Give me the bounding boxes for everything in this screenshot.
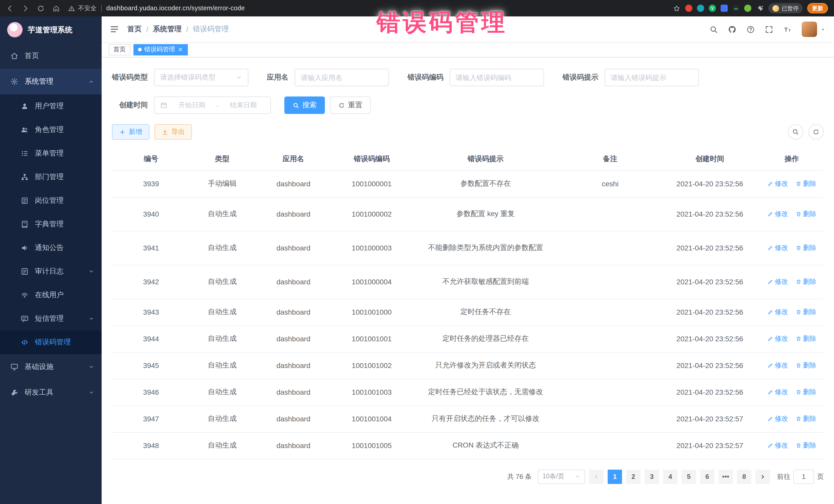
sidebar-item-post[interactable]: 岗位管理 [0,189,102,213]
edit-link[interactable]: 修改 [767,334,788,343]
refresh-table-button[interactable] [808,124,824,139]
browser-right-cluster: V on 已暂停 更新 [673,3,828,13]
error-type-select[interactable]: 请选择错误码类型 [154,69,248,86]
edit-link[interactable]: 修改 [767,361,788,370]
goto-page-input[interactable] [793,469,814,484]
table-row: 3948自动生成dashboard1001001005CRON 表达式不正确20… [112,432,824,459]
delete-link[interactable]: 删除 [795,334,816,343]
sidebar-item-sms[interactable]: 短信管理 [0,307,102,330]
sidebar-item-error-code[interactable]: 错误码管理 [0,330,102,354]
edit-link[interactable]: 修改 [767,210,788,219]
paused-badge[interactable]: 已暂停 [768,3,803,13]
sidebar-item-notice[interactable]: 通知公告 [0,236,102,260]
page-button-4[interactable]: 4 [663,469,678,484]
cell-time: 2021-04-20 23:52:57 [660,406,760,432]
update-button[interactable]: 更新 [807,3,828,13]
date-range-picker[interactable]: 开始日期 - 结束日期 [154,96,271,114]
search-button[interactable]: 搜索 [284,96,325,114]
page-button-1[interactable]: 1 [608,469,622,484]
font-size-icon[interactable]: TT [783,25,792,34]
tab-home[interactable]: 首页 [109,44,130,55]
error-code-input[interactable] [456,74,538,81]
logo[interactable]: 芋道管理系统 [0,17,102,43]
edit-link[interactable]: 修改 [767,179,788,188]
sidebar-item-infra[interactable]: 基础设施 [0,354,102,380]
delete-link[interactable]: 删除 [795,441,816,450]
page-size-select[interactable]: 10条/页 [538,469,585,484]
cell-code: 1001000002 [333,197,411,231]
error-hint-input[interactable] [611,74,693,81]
close-icon[interactable] [178,47,183,52]
user-menu[interactable] [802,22,826,37]
sidebar-item-home[interactable]: 首页 [0,43,102,69]
back-icon[interactable] [6,4,14,12]
delete-link[interactable]: 删除 [795,210,816,219]
bookmark-star-icon[interactable] [673,4,681,12]
site-security-button[interactable]: 不安全 [68,4,96,13]
page-button-3[interactable]: 3 [644,469,659,484]
extension-icon[interactable] [721,5,728,12]
filter-error-hint: 错误码提示 [563,69,699,86]
export-button[interactable]: 导出 [154,124,192,139]
edit-link[interactable]: 修改 [767,441,788,450]
breadcrumb-item[interactable]: 系统管理 [153,25,182,34]
help-icon[interactable] [746,25,755,34]
sidebar-item-user[interactable]: 用户管理 [0,94,102,118]
delete-link[interactable]: 删除 [795,307,816,317]
add-button[interactable]: 新增 [112,124,149,139]
cell-type: 自动生成 [190,406,254,432]
cell-type: 自动生成 [190,432,254,459]
edit-link[interactable]: 修改 [767,243,788,253]
sidebar-item-menu[interactable]: 菜单管理 [0,141,102,165]
hamburger-icon[interactable] [110,25,119,34]
toggle-search-button[interactable] [788,124,803,139]
url-text[interactable]: dashboard.yudao.iocoder.cn/system/error-… [106,5,245,12]
sidebar-item-online-user[interactable]: 在线用户 [0,283,102,307]
post-icon [21,197,29,205]
reload-icon[interactable] [37,4,45,12]
page-button-5[interactable]: 5 [682,469,696,484]
more-pages-button[interactable]: ••• [719,469,733,484]
extension-icon[interactable]: V [709,5,716,12]
search-icon[interactable] [709,25,718,34]
app-name-input[interactable] [301,74,383,81]
error-hint-label: 错误码提示 [563,73,598,82]
delete-link[interactable]: 删除 [795,361,816,370]
sidebar-item-audit-log[interactable]: 审计日志 [0,260,102,283]
tab-error-code[interactable]: 错误码管理 [133,44,188,55]
extension-icon[interactable] [744,5,751,12]
sidebar-item-devtool[interactable]: 研发工具 [0,380,102,406]
prev-page-button[interactable] [589,469,603,484]
reset-button[interactable]: 重置 [330,96,371,114]
sidebar-item-dict[interactable]: 字典管理 [0,213,102,236]
github-icon[interactable] [728,25,737,34]
logo-image [7,22,23,38]
chevrondown-icon [88,316,94,322]
delete-link[interactable]: 删除 [795,388,816,397]
delete-link[interactable]: 删除 [795,414,816,423]
browser-home-icon[interactable] [52,4,60,12]
page-button-8[interactable]: 8 [737,469,751,484]
sidebar-item-dept[interactable]: 部门管理 [0,165,102,189]
page-button-2[interactable]: 2 [626,469,640,484]
extension-icon[interactable] [685,5,692,12]
next-page-button[interactable] [755,469,770,484]
delete-link[interactable]: 删除 [795,179,816,188]
fullscreen-icon[interactable] [765,25,773,34]
breadcrumb-item[interactable]: 首页 [127,25,142,34]
edit-link[interactable]: 修改 [767,307,788,317]
page-button-6[interactable]: 6 [700,469,715,484]
edit-link[interactable]: 修改 [767,414,788,423]
delete-link[interactable]: 删除 [795,277,816,286]
edit-link[interactable]: 修改 [767,277,788,286]
extensions-puzzle-icon[interactable] [756,4,764,12]
sidebar-item-system[interactable]: 系统管理 [0,69,102,94]
forward-icon[interactable] [22,4,29,12]
cell-message: 定时任务已经处于该状态，无需修改 [411,379,561,406]
edit-link[interactable]: 修改 [767,388,788,397]
extension-icon[interactable]: on [732,5,740,12]
column-header: 错误码编码 [333,148,411,170]
delete-link[interactable]: 删除 [795,243,816,253]
sidebar-item-role[interactable]: 角色管理 [0,118,102,141]
extension-icon[interactable] [697,5,704,12]
